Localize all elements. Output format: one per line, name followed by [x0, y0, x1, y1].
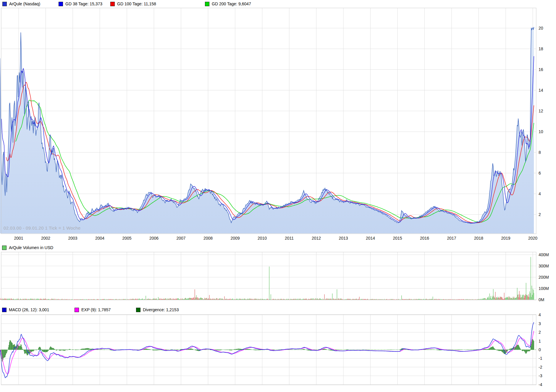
svg-text:2005: 2005	[122, 236, 131, 241]
svg-text:2016: 2016	[420, 236, 429, 241]
svg-text:2014: 2014	[366, 236, 375, 241]
svg-text:4: 4	[539, 191, 541, 196]
svg-text:2: 2	[539, 212, 541, 217]
svg-text:0: 0	[539, 347, 541, 352]
svg-text:2008: 2008	[203, 236, 213, 241]
svg-text:2: 2	[539, 330, 541, 335]
svg-text:0M: 0M	[539, 297, 544, 302]
svg-text:2009: 2009	[230, 236, 240, 241]
macd-panel-plot	[0, 322, 536, 378]
svg-text:18: 18	[539, 46, 543, 51]
svg-text:2012: 2012	[312, 236, 321, 241]
svg-text:2004: 2004	[95, 236, 104, 241]
svg-text:12: 12	[539, 109, 543, 113]
svg-text:2020: 2020	[528, 236, 537, 241]
svg-text:-3: -3	[539, 373, 542, 378]
svg-text:8: 8	[539, 150, 541, 155]
svg-text:-1: -1	[539, 356, 542, 361]
svg-text:2011: 2011	[285, 236, 294, 241]
svg-text:16: 16	[539, 67, 543, 72]
volume-panel-plot	[0, 257, 534, 300]
x-axis-year-labels: 2001200220032004200520062007200820092010…	[14, 236, 537, 241]
svg-text:-2: -2	[539, 365, 542, 370]
svg-text:2002: 2002	[41, 236, 50, 241]
svg-text:100M: 100M	[539, 286, 549, 291]
svg-text:400M: 400M	[539, 252, 549, 257]
svg-text:2019: 2019	[501, 236, 510, 241]
svg-text:2015: 2015	[393, 236, 402, 241]
svg-text:2003: 2003	[68, 236, 77, 241]
stock-chart-canvas: 2018161412108642400M300M200M100M0M43210-…	[0, 0, 556, 392]
svg-text:2013: 2013	[339, 236, 348, 241]
price-panel-plot	[0, 27, 534, 234]
svg-text:3: 3	[539, 321, 541, 326]
svg-text:4: 4	[539, 312, 541, 317]
svg-text:300M: 300M	[539, 264, 549, 268]
svg-text:2010: 2010	[258, 236, 267, 241]
svg-text:200M: 200M	[539, 275, 549, 280]
svg-text:2007: 2007	[176, 236, 185, 241]
svg-text:2018: 2018	[474, 236, 483, 241]
svg-text:14: 14	[539, 88, 543, 93]
svg-text:6: 6	[539, 171, 541, 175]
chart-page: { "colors": { "grid": "#dcdcdc", "border…	[0, 0, 556, 392]
svg-text:20: 20	[539, 26, 543, 30]
svg-text:2001: 2001	[14, 236, 23, 241]
svg-text:10: 10	[539, 129, 543, 134]
panel-borders	[1, 8, 536, 385]
svg-text:2017: 2017	[447, 236, 456, 241]
svg-text:1: 1	[539, 339, 541, 343]
date-range-footnote: 02.03.00 - 09.01.20 1 Tick = 1 Woche	[4, 225, 80, 230]
svg-text:2006: 2006	[149, 236, 159, 241]
svg-text:-4: -4	[539, 382, 542, 387]
y-axis-labels: 2018161412108642400M300M200M100M0M43210-…	[539, 26, 549, 387]
gridlines	[1, 8, 536, 385]
